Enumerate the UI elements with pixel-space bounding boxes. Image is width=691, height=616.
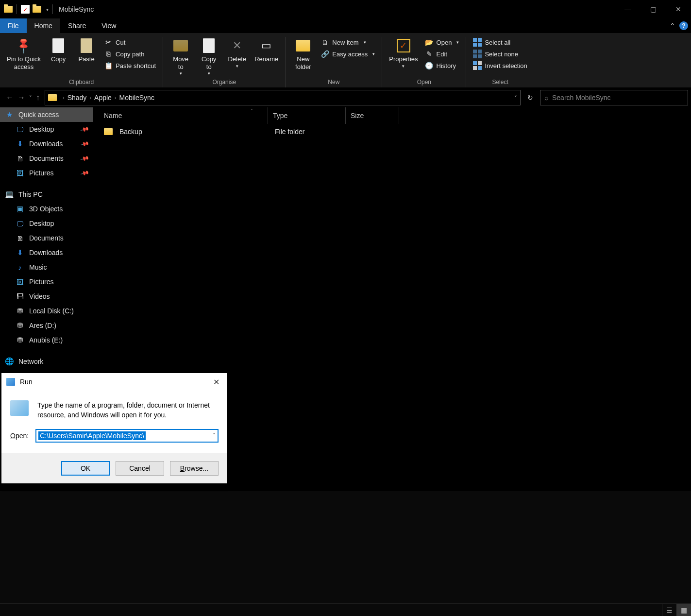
ribbon-group-organise: Move to▾ Copy to▾ ✕Delete▾ ▭Rename Organ… — [163, 37, 286, 87]
edit-button[interactable]: ✎Edit — [423, 49, 461, 59]
ribbon-group-select: Select all Select none Invert selection … — [466, 37, 534, 87]
sidebar-item-anubis-e[interactable]: ⛃Anubis (E:) — [0, 333, 93, 347]
sidebar-item-local-disk-c[interactable]: ⛃Local Disk (C:) — [0, 304, 93, 318]
copy-button[interactable]: Copy — [46, 37, 71, 64]
easy-access-button[interactable]: 🔗Easy access ▾ — [319, 49, 377, 59]
details-view-button[interactable]: ☰ — [662, 604, 676, 616]
run-open-label: Open: — [10, 432, 29, 440]
sidebar-item-ares-d[interactable]: ⛃Ares (D:) — [0, 318, 93, 333]
select-none-button[interactable]: Select none — [471, 49, 529, 59]
search-icon: ⌕ — [544, 94, 548, 102]
chevron-down-icon[interactable]: ˅ — [213, 432, 216, 439]
nav-recent-dropdown[interactable]: ˅ — [29, 95, 32, 101]
sidebar-item-downloads[interactable]: ⬇Downloads📌 — [0, 137, 93, 151]
qat-customize-icon[interactable]: ▾ — [46, 7, 49, 12]
sidebar-item-3d-objects[interactable]: ▣3D Objects — [0, 202, 93, 216]
open-button[interactable]: 📂Open ▾ — [423, 37, 461, 48]
maximize-button[interactable]: ▢ — [640, 0, 666, 18]
breadcrumb-folder-icon — [48, 94, 57, 101]
new-item-button[interactable]: 🗎New item ▾ — [319, 37, 377, 48]
sidebar-item-pictures-pc[interactable]: 🖼Pictures — [0, 274, 93, 289]
delete-button[interactable]: ✕Delete▾ — [224, 37, 250, 69]
qat-properties-icon[interactable]: ✓ — [21, 5, 30, 14]
tab-home[interactable]: Home — [27, 18, 60, 33]
run-open-input[interactable]: C:\Users\Samir\Apple\MobileSync\ ˅ — [35, 429, 219, 443]
rename-button[interactable]: ▭Rename — [253, 37, 280, 64]
nav-up-button[interactable]: ↑ — [36, 93, 40, 102]
run-open-value: C:\Users\Samir\Apple\MobileSync\ — [38, 431, 146, 440]
collapse-ribbon-icon[interactable]: ⌃ — [670, 22, 675, 30]
properties-icon: ✓ — [396, 38, 411, 53]
search-box[interactable]: ⌕ Search MobileSync — [540, 90, 688, 105]
large-icons-view-button[interactable]: ▦ — [676, 604, 691, 616]
copy-path-button[interactable]: ⎘Copy path — [102, 49, 158, 59]
tab-share[interactable]: Share — [60, 18, 94, 33]
quick-access-toolbar: ✓ ▾ — [0, 4, 54, 14]
ribbon-group-new: New folder 🗎New item ▾ 🔗Easy access ▾ Ne… — [286, 37, 382, 87]
refresh-button[interactable]: ↻ — [522, 90, 538, 105]
run-browse-button[interactable]: Browse... — [170, 461, 219, 476]
run-icon — [6, 378, 15, 386]
ribbon: 📌 Pin to Quick access Copy Paste ✂Cut ⎘C… — [0, 33, 691, 88]
minimize-button[interactable]: — — [615, 0, 640, 18]
tab-file[interactable]: File — [0, 18, 27, 33]
breadcrumb-segment[interactable]: Apple — [94, 94, 112, 102]
sidebar-item-desktop-pc[interactable]: 🖵Desktop — [0, 216, 93, 231]
sidebar-item-desktop[interactable]: 🖵Desktop📌 — [0, 122, 93, 137]
pin-to-quick-access-button[interactable]: 📌 Pin to Quick access — [5, 37, 43, 71]
properties-button[interactable]: ✓Properties▾ — [387, 37, 420, 69]
group-label-open: Open — [417, 77, 431, 86]
title-bar: ✓ ▾ MobileSync — ▢ ✕ — [0, 0, 691, 18]
copy-to-button[interactable]: Copy to▾ — [196, 37, 221, 77]
qat-new-folder-icon[interactable] — [33, 6, 41, 13]
sort-indicator-icon: ˄ — [251, 108, 253, 113]
run-title: Run — [20, 378, 33, 386]
drive-icon: ⛃ — [16, 307, 24, 315]
invert-selection-icon — [473, 61, 482, 70]
new-folder-button[interactable]: New folder — [290, 37, 316, 71]
move-to-button[interactable]: Move to▾ — [168, 37, 193, 77]
invert-selection-button[interactable]: Invert selection — [471, 60, 529, 71]
breadcrumb-segment[interactable]: MobileSync — [119, 94, 154, 102]
address-dropdown-icon[interactable]: ˅ — [514, 95, 517, 101]
close-button[interactable]: ✕ — [666, 0, 691, 18]
sidebar-item-music[interactable]: ♪Music — [0, 260, 93, 274]
group-label-new: New — [328, 77, 339, 86]
sidebar-item-downloads-pc[interactable]: ⬇Downloads — [0, 245, 93, 260]
sidebar-item-pictures[interactable]: 🖼Pictures📌 — [0, 166, 93, 180]
window-title: MobileSync — [59, 5, 94, 13]
address-bar[interactable]: › Shady › Apple › MobileSync ˅ — [45, 90, 521, 105]
column-type[interactable]: Type — [268, 107, 346, 124]
nav-back-button[interactable]: ← — [6, 93, 14, 102]
tab-view[interactable]: View — [94, 18, 124, 33]
column-name[interactable]: Name˄ — [93, 107, 268, 124]
sidebar-item-documents-pc[interactable]: 🗎Documents — [0, 231, 93, 245]
help-icon[interactable]: ? — [679, 21, 688, 30]
app-icon[interactable] — [4, 6, 13, 13]
sidebar-item-this-pc[interactable]: 💻This PC — [0, 187, 93, 202]
paste-button[interactable]: Paste — [74, 37, 99, 64]
run-title-bar[interactable]: Run ✕ — [1, 373, 227, 391]
run-dialog: Run ✕ Type the name of a program, folder… — [1, 373, 227, 483]
cut-button[interactable]: ✂Cut — [102, 37, 158, 48]
paste-shortcut-button[interactable]: 📋Paste shortcut — [102, 60, 158, 71]
column-size[interactable]: Size — [346, 107, 399, 124]
breadcrumb-segment[interactable]: Shady — [67, 94, 87, 102]
history-button[interactable]: 🕘History — [423, 60, 461, 71]
sidebar-item-documents[interactable]: 🗎Documents📌 — [0, 151, 93, 166]
copy-icon — [51, 38, 66, 53]
group-label-organise: Organise — [212, 77, 236, 86]
folder-icon — [104, 128, 113, 135]
sidebar-item-videos[interactable]: 🎞Videos — [0, 289, 93, 304]
nav-forward-button[interactable]: → — [17, 93, 25, 102]
copy-to-icon — [201, 38, 217, 53]
run-cancel-button[interactable]: Cancel — [116, 461, 164, 476]
sidebar-item-network[interactable]: 🌐Network — [0, 354, 93, 369]
sidebar-item-quick-access[interactable]: ★Quick access — [0, 107, 93, 122]
ribbon-tabs: File Home Share View ⌃ ? — [0, 18, 691, 33]
scissors-icon: ✂ — [104, 38, 113, 47]
select-all-button[interactable]: Select all — [471, 37, 529, 48]
list-item[interactable]: Backup File folder — [93, 124, 691, 139]
run-ok-button[interactable]: OK — [61, 461, 110, 476]
run-close-button[interactable]: ✕ — [210, 377, 222, 387]
